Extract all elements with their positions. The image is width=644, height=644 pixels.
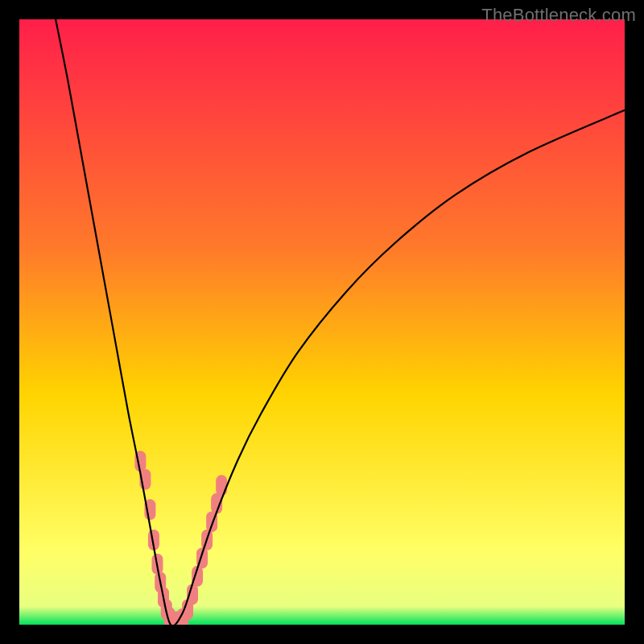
chart-svg [19,19,625,625]
plot-area [19,19,625,625]
chart-frame: TheBottleneck.com [0,0,644,644]
gradient-bg [19,19,625,625]
marker [216,475,227,496]
watermark-text: TheBottleneck.com [481,5,636,26]
